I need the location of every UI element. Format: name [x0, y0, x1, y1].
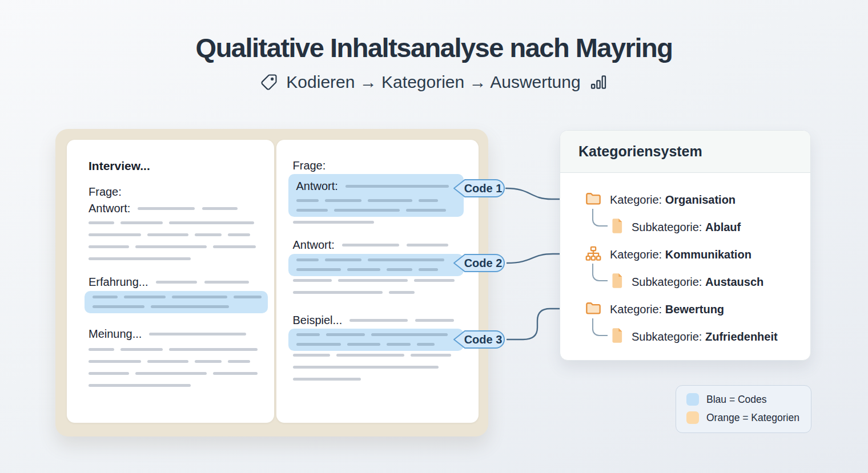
page-label-text: Beispiel...: [293, 313, 343, 328]
subcategory-text: Subkategorie: Austausch: [632, 276, 763, 289]
skeleton-line-row: [296, 199, 456, 202]
subcategory-row: Subkategorie: Austausch: [610, 272, 797, 292]
tree-elbow-connector: [592, 209, 608, 227]
legend: Blau = CodesOrange = Kategorien: [676, 385, 811, 433]
skeleton-line-row: [293, 221, 463, 224]
skeleton-line: [89, 233, 141, 236]
skeleton-line: [347, 268, 381, 271]
bar-chart-icon: [589, 73, 608, 91]
skeleton-line-row: [89, 348, 259, 351]
skeleton-line: [195, 233, 222, 236]
skeleton-line: [169, 221, 254, 224]
tree-elbow-connector: [592, 318, 608, 336]
skeleton-line: [204, 281, 249, 284]
folder-icon: [585, 301, 601, 318]
subcategory-row: Subkategorie: Ablauf: [610, 217, 797, 237]
skeleton-line: [325, 258, 361, 261]
tag-icon: [260, 74, 278, 91]
category-label: Kategorie:: [610, 248, 665, 261]
skeleton-line: [325, 199, 361, 202]
code-badge-label: Code 1: [461, 177, 505, 199]
document-icon: [610, 218, 624, 236]
skeleton-line: [347, 343, 381, 346]
skeleton-line: [345, 185, 449, 188]
skeleton-line-group: [293, 354, 463, 381]
skeleton-line: [151, 305, 229, 308]
skeleton-line-row: [296, 343, 456, 346]
skeleton-line-group: [293, 221, 463, 224]
skeleton-line: [149, 333, 246, 335]
header: Qualitative Inhaltsanalyse nach Mayring …: [0, 32, 868, 92]
skeleton-line-row: [89, 384, 259, 387]
document-icon: [610, 328, 624, 346]
skeleton-line-row: [296, 268, 456, 271]
skeleton-line: [417, 343, 435, 346]
skeleton-line: [296, 209, 328, 212]
skeleton-line-row: [89, 221, 259, 224]
skeleton-line: [135, 372, 207, 375]
tree-elbow-connector: [592, 264, 608, 281]
legend-item: Orange = Kategorien: [686, 411, 801, 424]
legend-label: Orange = Kategorien: [706, 412, 799, 424]
skeleton-line: [334, 209, 400, 212]
page-label: Antwort:: [89, 201, 259, 216]
interview-book: Interview...Frage:Antwort:Erfahrung...Me…: [55, 129, 488, 436]
skeleton-line: [293, 366, 439, 369]
skeleton-line-row: [293, 291, 463, 294]
category-text: Kategorie: Organisation: [610, 193, 736, 207]
skeleton-line: [89, 257, 191, 260]
kategoriensystem-panel: Kategoriensystem Kategorie: Organisation…: [560, 130, 811, 361]
skeleton-line: [120, 348, 163, 351]
page-label-text: Meinung...: [89, 326, 142, 341]
skeleton-line: [172, 296, 227, 298]
code-badge-label: Code 2: [461, 252, 505, 274]
text-highlight: [288, 329, 464, 351]
skeleton-line-row: [93, 305, 260, 308]
panel-header: Kategoriensystem: [560, 131, 810, 173]
page-label: Meinung...: [89, 326, 259, 341]
skeleton-line: [368, 199, 412, 202]
category-value: Bewertung: [665, 303, 724, 316]
subcategory-text: Subkategorie: Zufriedenheit: [632, 330, 778, 343]
page-label: Antwort:: [296, 179, 456, 193]
skeleton-line: [138, 207, 195, 210]
category-row: Kategorie: Organisation: [585, 190, 797, 209]
legend-item: Blau = Codes: [686, 393, 801, 406]
skeleton-line: [349, 319, 408, 322]
skeleton-line: [371, 333, 448, 336]
page-label-text: Frage:: [89, 184, 122, 199]
mayring-diagram: Qualitative Inhaltsanalyse nach Mayring …: [0, 0, 868, 473]
subcategory-row: Subkategorie: Zufriedenheit: [610, 327, 797, 346]
skeleton-line: [406, 209, 446, 212]
skeleton-line-group: [89, 348, 259, 387]
page-label-text: Erfahrung...: [89, 274, 148, 289]
skeleton-line-group: [293, 279, 463, 294]
document-icon: [610, 273, 624, 291]
skeleton-line: [228, 360, 250, 363]
skeleton-line: [419, 199, 438, 202]
skeleton-line: [147, 360, 188, 363]
page-label: Beispiel...: [293, 313, 463, 328]
page-label-text: Antwort:: [293, 237, 335, 252]
legend-swatch: [686, 411, 699, 424]
page-label: Frage:: [293, 158, 463, 173]
skeleton-line: [93, 296, 118, 298]
skeleton-line: [89, 221, 114, 224]
code-badge: Code 2: [452, 252, 507, 274]
skeleton-line: [213, 245, 255, 248]
category-text: Kategorie: Bewertung: [610, 303, 724, 316]
category-tree: Kategorie: OrganisationSubkategorie: Abl…: [560, 173, 810, 346]
skeleton-line: [296, 199, 319, 202]
page-label: Erfahrung...: [89, 274, 259, 289]
text-highlight: Antwort:: [288, 174, 464, 217]
text-highlight: [288, 254, 464, 276]
page-label: Frage:: [89, 184, 259, 199]
skeleton-line: [89, 348, 114, 351]
skeleton-line: [414, 279, 455, 282]
skeleton-line-row: [93, 296, 260, 298]
skeleton-line: [147, 233, 188, 236]
book-pages: Interview...Frage:Antwort:Erfahrung...Me…: [67, 140, 479, 423]
subcategory-text: Subkategorie: Ablauf: [632, 221, 741, 234]
skeleton-line: [368, 258, 444, 261]
skeleton-line: [296, 343, 341, 346]
